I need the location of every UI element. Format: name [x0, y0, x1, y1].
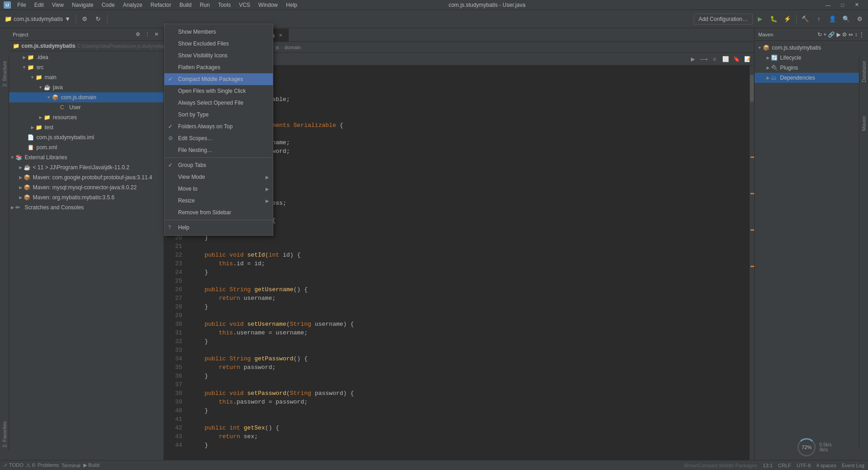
tree-item-scratches[interactable]: ▶ ✏ Scratches and Consoles [9, 202, 163, 212]
menu-view[interactable]: View [48, 1, 67, 9]
annotation-icon[interactable]: 📝 [742, 54, 752, 64]
menu-item-edit-scopes[interactable]: ⚙ Edit Scopes… [164, 132, 273, 144]
run-button[interactable]: ▶ [754, 13, 766, 25]
maven-settings-icon[interactable]: ⚙ [842, 31, 847, 38]
tree-item-resources[interactable]: ▶ 📁 resources [9, 112, 163, 122]
maven-expand-icon[interactable]: ↕ [855, 31, 858, 38]
tree-item-ext-libs[interactable]: ▼ 📚 External Libraries [9, 152, 163, 162]
menu-build[interactable]: Build [176, 1, 195, 9]
status-position[interactable]: 13:1 [763, 463, 772, 468]
tree-item-mysql[interactable]: ▶ 📦 Maven: mysql:mysql-connector-java:8.… [9, 182, 163, 192]
editor-scrollbar[interactable] [750, 66, 754, 460]
menu-run[interactable]: Run [196, 1, 214, 9]
tree-item-mybatis[interactable]: ▶ 📦 Maven: org.mybatis:mybatis:3.5.6 [9, 192, 163, 202]
event-log[interactable]: Event Log [842, 463, 864, 468]
structure-icon[interactable]: ⬜ [720, 54, 730, 64]
maven-link-icon[interactable]: 🔗 [828, 31, 835, 38]
tree-item-iml[interactable]: ▶ 📄 com.js.studymybatis.iml [9, 132, 163, 142]
bookmark-icon[interactable]: 🔖 [731, 54, 741, 64]
menu-item-group-tabs[interactable]: ✓ Group Tabs [164, 159, 273, 171]
menu-item-folders-top[interactable]: ✓ Folders Always on Top [164, 121, 273, 132]
tree-item-pom[interactable]: ▶ 📋 pom.xml [9, 142, 163, 152]
structure-tab[interactable]: 2: Structure [1, 58, 8, 90]
maven-plugins[interactable]: ▶ 🔌 Plugins [755, 63, 868, 73]
menu-item-flatten-packages[interactable]: Flatten Packages [164, 61, 273, 73]
maven-refresh-icon[interactable]: ↻ [817, 31, 822, 38]
bc-item-6[interactable]: domain [285, 45, 301, 50]
bc-item-5[interactable]: js [276, 45, 279, 50]
run-with-coverage-icon[interactable]: ⚡ [781, 13, 794, 25]
search-everywhere-icon[interactable]: 🔍 [840, 13, 853, 25]
menu-item-always-select[interactable]: Always Select Opened File [164, 97, 273, 109]
favorites-tab[interactable]: 2: Favorites [1, 419, 8, 450]
tree-item-user[interactable]: ▶ C User [9, 102, 163, 112]
maven-root[interactable]: ▼ 📦 com.js.studymybatis [755, 43, 868, 53]
maven-lifecycle[interactable]: ▶ 🔄 Lifecycle [755, 53, 868, 63]
tree-item-protobuf[interactable]: ▶ 📦 Maven: com.google.protobuf:protobuf-… [9, 172, 163, 182]
tree-item-src[interactable]: ▼ 📁 src [9, 62, 163, 72]
menu-item-sort-type[interactable]: Sort by Type [164, 109, 273, 121]
profile-icon[interactable]: 👤 [826, 13, 839, 25]
format-icon[interactable]: ≡ [710, 54, 720, 64]
status-problems[interactable]: ⚠ 6: Problems [26, 462, 59, 468]
scrollbar-thumb[interactable] [750, 75, 754, 102]
menu-item-help[interactable]: ? Help [164, 222, 273, 233]
status-indent[interactable]: 4 spaces [816, 463, 836, 468]
menu-edit[interactable]: Edit [31, 1, 47, 9]
menu-item-view-mode[interactable]: View Mode ▶ [164, 171, 273, 183]
maven-more-icon[interactable]: ⋮ [859, 31, 864, 38]
menu-vcs[interactable]: VCS [235, 1, 254, 9]
menu-item-show-visibility[interactable]: Show Visibility Icons [164, 50, 273, 61]
menu-code[interactable]: Code [98, 1, 118, 9]
indent-icon[interactable]: ⟶ [699, 54, 709, 64]
maven-dependencies[interactable]: ▶ 🗂 Dependencies [755, 73, 868, 83]
tree-item-idea[interactable]: ▶ 📁 .idea [9, 52, 163, 62]
menu-file[interactable]: File [14, 1, 30, 9]
tree-item-test[interactable]: ▶ 📁 test [9, 122, 163, 132]
menu-refactor[interactable]: Refactor [147, 1, 175, 9]
status-todo[interactable]: ✓ TODO [4, 462, 23, 468]
status-encoding[interactable]: UTF-8 [797, 463, 811, 468]
menu-navigate[interactable]: Navigate [68, 1, 97, 9]
menu-item-show-members[interactable]: Show Members [164, 26, 273, 38]
tree-item-jdk[interactable]: ▶ ☕ < 11 > JJ\Program Files\Java\jdk-11.… [9, 162, 163, 172]
debug-button[interactable]: 🐛 [767, 13, 780, 25]
tab-close-user-java[interactable]: ✕ [277, 32, 284, 39]
menu-help[interactable]: Help [282, 1, 301, 9]
menu-item-open-single[interactable]: Open Files with Single Click [164, 85, 273, 97]
panel-expand-icon[interactable]: ⋮ [143, 31, 151, 38]
status-terminal[interactable]: Terminal [61, 463, 81, 468]
settings-gear-icon[interactable]: ⚙ [853, 13, 866, 25]
menu-analyze[interactable]: Analyze [119, 1, 146, 9]
menu-item-show-excluded[interactable]: Show Excluded Files [164, 38, 273, 50]
database-tab[interactable]: Database [860, 58, 868, 85]
tree-item-main[interactable]: ▼ 📁 main [9, 72, 163, 82]
project-dropdown[interactable]: 📁 com.js.studymybatis ▼ [2, 13, 73, 25]
menu-item-compact-middle[interactable]: ✓ Compact Middle Packages [164, 73, 273, 85]
menu-window[interactable]: Window [255, 1, 281, 9]
panel-close-icon[interactable]: ✕ [153, 31, 160, 38]
tree-item-domain[interactable]: ▼ 📦 com.js.domain [9, 92, 163, 102]
menu-item-remove-sidebar[interactable]: Remove from Sidebar [164, 207, 273, 218]
status-crlf[interactable]: CRLF [778, 463, 791, 468]
menu-item-resize[interactable]: Resize ▶ [164, 195, 273, 207]
settings-icon[interactable]: ⚙ [78, 13, 91, 25]
menu-item-file-nesting[interactable]: File Nesting… [164, 144, 273, 156]
minimize-button[interactable]: — [821, 0, 835, 10]
refresh-icon[interactable]: ↻ [92, 13, 105, 25]
run-file-icon[interactable]: ▶ [688, 54, 698, 64]
maven-add-icon[interactable]: + [823, 31, 827, 38]
maven-run-icon[interactable]: ▶ [837, 31, 841, 38]
menu-item-move-to[interactable]: Move to ▶ [164, 183, 273, 195]
tree-item-java[interactable]: ▼ ☕ java [9, 82, 163, 92]
build-project-icon[interactable]: 🔨 [799, 13, 812, 25]
maven-collapse-icon[interactable]: ⇔ [848, 31, 853, 38]
maven-tab[interactable]: Maven [860, 113, 868, 134]
close-button[interactable]: ✕ [850, 0, 864, 10]
status-build[interactable]: ▶ Build [83, 462, 100, 468]
maximize-button[interactable]: □ [835, 0, 850, 10]
add-configuration-button[interactable]: Add Configuration… [694, 14, 753, 25]
git-icon[interactable]: ↑ [812, 13, 825, 25]
panel-settings-icon[interactable]: ⚙ [134, 31, 142, 38]
menu-tools[interactable]: Tools [214, 1, 235, 9]
